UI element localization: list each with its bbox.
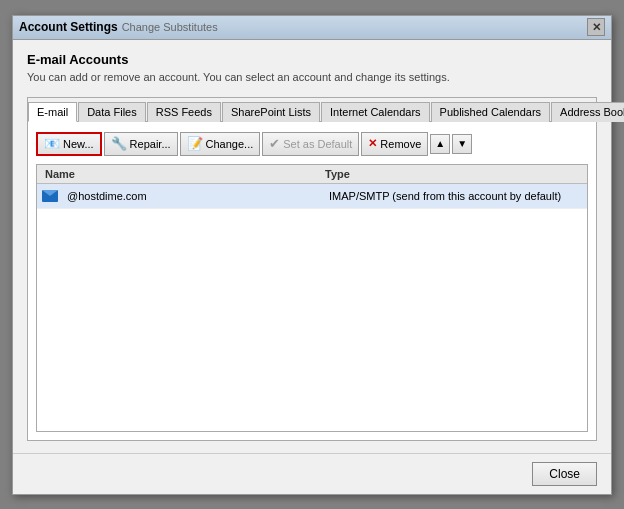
remove-button[interactable]: ✕ Remove [361,132,428,156]
col-name-header: Name [41,167,321,181]
tab-sharepoint-lists[interactable]: SharePoint Lists [222,102,320,122]
remove-label: Remove [380,138,421,150]
tab-bar: E-mail Data Files RSS Feeds SharePoint L… [28,98,596,122]
dialog-footer: Close [13,453,611,494]
tab-address-books[interactable]: Address Books [551,102,624,122]
dialog-title: Account Settings [19,20,118,34]
remove-icon: ✕ [368,137,377,150]
change-label: Change... [206,138,254,150]
title-bar: Account Settings Change Substitutes ✕ [13,16,611,40]
change-button[interactable]: 📝 Change... [180,132,261,156]
repair-label: Repair... [130,138,171,150]
repair-icon: 🔧 [111,136,127,151]
dialog-title-extra: Change Substitutes [122,21,218,33]
repair-button[interactable]: 🔧 Repair... [104,132,178,156]
title-close-button[interactable]: ✕ [587,18,605,36]
tab-email[interactable]: E-mail [28,102,77,122]
tab-published-calendars[interactable]: Published Calendars [431,102,551,122]
tab-internet-calendars[interactable]: Internet Calendars [321,102,430,122]
close-button[interactable]: Close [532,462,597,486]
email-icon [42,190,58,202]
new-button[interactable]: 📧 New... [36,132,102,156]
account-icon [41,187,59,205]
section-description: You can add or remove an account. You ca… [27,71,597,83]
set-default-icon: ✔ [269,136,280,151]
set-default-button[interactable]: ✔ Set as Default [262,132,359,156]
table-row[interactable]: @hostdime.com IMAP/SMTP (send from this … [37,184,587,209]
account-name: @hostdime.com [63,190,325,202]
section-title: E-mail Accounts [27,52,597,67]
tabs-container: E-mail Data Files RSS Feeds SharePoint L… [27,97,597,441]
new-icon: 📧 [44,136,60,151]
accounts-toolbar: 📧 New... 🔧 Repair... 📝 Change... ✔ Set a… [36,130,588,158]
new-label: New... [63,138,94,150]
set-default-label: Set as Default [283,138,352,150]
move-down-button[interactable]: ▼ [452,134,472,154]
accounts-table: Name Type @hostdime.com IMAP/SMTP (send … [36,164,588,432]
tab-rss-feeds[interactable]: RSS Feeds [147,102,221,122]
account-type: IMAP/SMTP (send from this account by def… [325,190,583,202]
dialog-body: E-mail Accounts You can add or remove an… [13,40,611,453]
account-settings-dialog: Account Settings Change Substitutes ✕ E-… [12,15,612,495]
change-icon: 📝 [187,136,203,151]
col-type-header: Type [321,167,583,181]
tab-data-files[interactable]: Data Files [78,102,146,122]
tab-email-content: 📧 New... 🔧 Repair... 📝 Change... ✔ Set a… [28,122,596,440]
move-up-button[interactable]: ▲ [430,134,450,154]
table-header: Name Type [37,165,587,184]
